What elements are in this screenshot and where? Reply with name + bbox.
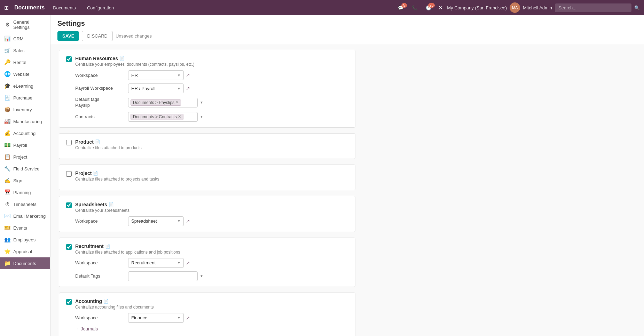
- product-title: Product: [75, 139, 94, 145]
- messages-button[interactable]: 💬 5: [395, 4, 406, 12]
- sidebar-label: Documents: [13, 261, 36, 266]
- sidebar-item-project[interactable]: 📋 Project: [0, 151, 50, 163]
- project-title: Project: [75, 170, 92, 176]
- doc-icon: 📄: [93, 171, 98, 176]
- chevron-down-icon: ▼: [200, 274, 203, 278]
- sidebar-item-sales[interactable]: 🛒 Sales: [0, 45, 50, 56]
- sidebar-item-rental[interactable]: 🔑 Rental: [0, 56, 50, 68]
- spreadsheets-workspace-select[interactable]: Spreadsheet ▼: [128, 216, 184, 226]
- doc-icon: 📄: [103, 299, 109, 304]
- purchase-icon: 🧾: [4, 95, 10, 101]
- doc-icon: 📄: [105, 244, 110, 249]
- sign-icon: ✍: [4, 177, 10, 184]
- sidebar-item-manufacturing[interactable]: 🏭 Manufacturing: [0, 115, 50, 127]
- sidebar-label: Email Marketing: [13, 214, 46, 219]
- hr-workspace-external-link[interactable]: ↗: [186, 72, 190, 78]
- unsaved-label: Unsaved changes: [116, 33, 152, 39]
- sidebar-item-crm[interactable]: 📊 CRM: [0, 33, 50, 45]
- sidebar-item-payroll[interactable]: 💵 Payroll: [0, 139, 50, 151]
- manufacturing-icon: 🏭: [4, 118, 10, 125]
- accounting-title: Accounting: [75, 298, 102, 304]
- project-checkbox[interactable]: [66, 171, 72, 177]
- accounting-checkbox[interactable]: [66, 299, 72, 305]
- main-content: Settings SAVE DISCARD Unsaved changes Hu…: [50, 15, 644, 336]
- recruitment-workspace-external-link[interactable]: ↗: [186, 260, 190, 266]
- hr-workspace-select[interactable]: HR ▼: [128, 70, 184, 80]
- sidebar-label: Events: [13, 225, 27, 231]
- spreadsheets-section: Spreadsheets 📄 Centralize your spreadshe…: [59, 196, 355, 232]
- close-icon[interactable]: ✕: [437, 3, 444, 13]
- sidebar-item-accounting[interactable]: 💰 Accounting: [0, 127, 50, 139]
- page-title: Settings: [57, 19, 637, 27]
- recruitment-checkbox[interactable]: [66, 244, 72, 250]
- settings-header: Settings SAVE DISCARD Unsaved changes: [50, 15, 644, 44]
- spreadsheets-workspace-row: Workspace Spreadsheet ▼ ↗: [66, 216, 348, 226]
- field-service-icon: 🔧: [4, 166, 10, 172]
- appraisal-icon: ⭐: [4, 248, 10, 255]
- activity-button[interactable]: 🕐 26: [423, 4, 434, 12]
- hr-payroll-workspace-select[interactable]: HR / Payroll ▼: [128, 83, 184, 93]
- activity-badge: 26: [428, 3, 435, 8]
- sidebar-item-inventory[interactable]: 📦 Inventory: [0, 104, 50, 115]
- nav-documents[interactable]: Documents: [50, 4, 79, 12]
- toolbar: SAVE DISCARD Unsaved changes: [57, 31, 637, 41]
- sidebar-item-events[interactable]: 🎫 Events: [0, 222, 50, 234]
- sidebar-item-employees[interactable]: 👥 Employees: [0, 234, 50, 246]
- spreadsheets-workspace-external-link[interactable]: ↗: [186, 218, 190, 224]
- sidebar-item-timesheets[interactable]: ⏱ Timesheets: [0, 198, 50, 210]
- chevron-down-icon: ▼: [200, 115, 203, 119]
- remove-tag-icon[interactable]: ✕: [175, 100, 179, 105]
- product-checkbox[interactable]: [66, 140, 72, 145]
- company-label[interactable]: My Company (San Francisco): [447, 5, 507, 10]
- sidebar-item-appraisal[interactable]: ⭐ Appraisal: [0, 246, 50, 257]
- accounting-workspace-external-link[interactable]: ↗: [186, 315, 190, 321]
- general-settings-icon: ⚙: [4, 22, 10, 28]
- user-name[interactable]: Mitchell Admin: [523, 5, 552, 10]
- search-icon[interactable]: 🔍: [634, 5, 640, 10]
- sidebar-item-documents[interactable]: 📁 Documents: [0, 257, 50, 269]
- recruitment-default-tags-row: Default Tags ▼: [66, 271, 348, 281]
- save-button[interactable]: SAVE: [57, 31, 79, 41]
- sidebar-label: Website: [13, 72, 30, 77]
- inventory-icon: 📦: [4, 106, 10, 113]
- project-desc: Centralize files attached to projects an…: [75, 177, 348, 182]
- recruitment-tags-field[interactable]: [128, 271, 198, 281]
- product-desc: Centralize files attached to products: [75, 145, 348, 150]
- sidebar-item-elearning[interactable]: 🎓 eLearning: [0, 80, 50, 92]
- hr-default-tags-payslip-label: Default tags Payslip: [75, 97, 124, 109]
- hr-payslip-tags[interactable]: Documents > Payslips ✕: [128, 98, 198, 107]
- accounting-workspace-row: Workspace Finance ▼ ↗: [66, 313, 348, 323]
- spreadsheets-checkbox[interactable]: [66, 202, 72, 208]
- sidebar-label: Planning: [13, 190, 31, 195]
- sidebar-label: Sales: [13, 48, 25, 53]
- sidebar-item-general-settings[interactable]: ⚙ General Settings: [0, 17, 50, 33]
- hr-payroll-workspace-external-link[interactable]: ↗: [186, 86, 190, 91]
- nav-configuration[interactable]: Configuration: [84, 4, 117, 12]
- discard-button[interactable]: DISCARD: [82, 31, 113, 41]
- hr-contracts-tags[interactable]: Documents > Contracts ✕: [128, 112, 198, 122]
- sidebar: ⚙ General Settings 📊 CRM 🛒 Sales 🔑 Renta…: [0, 15, 50, 336]
- sidebar-label: Employees: [13, 237, 36, 242]
- apps-grid-icon[interactable]: ⊞: [4, 5, 9, 11]
- search-input[interactable]: [555, 3, 631, 12]
- sidebar-item-field-service[interactable]: 🔧 Field Service: [0, 163, 50, 175]
- human-resources-checkbox[interactable]: [66, 56, 72, 62]
- journals-link[interactable]: → Journals: [66, 326, 348, 331]
- rental-icon: 🔑: [4, 59, 10, 65]
- spreadsheets-desc: Centralize your spreadsheets: [75, 208, 348, 213]
- sidebar-label: Accounting: [13, 131, 36, 136]
- spreadsheets-workspace-label: Workspace: [75, 218, 124, 224]
- avatar[interactable]: MA: [510, 2, 520, 13]
- sidebar-item-planning[interactable]: 📅 Planning: [0, 186, 50, 198]
- documents-icon: 📁: [4, 260, 10, 266]
- accounting-workspace-select[interactable]: Finance ▼: [128, 313, 184, 323]
- remove-tag-icon[interactable]: ✕: [178, 114, 181, 119]
- sidebar-label: CRM: [13, 36, 24, 41]
- phone-button[interactable]: 📞: [409, 4, 420, 12]
- sidebar-item-email-marketing[interactable]: 📧 Email Marketing: [0, 210, 50, 222]
- sidebar-item-purchase[interactable]: 🧾 Purchase: [0, 92, 50, 104]
- sidebar-item-website[interactable]: 🌐 Website: [0, 68, 50, 80]
- recruitment-workspace-select[interactable]: Recruitment ▼: [128, 258, 184, 268]
- sidebar-item-sign[interactable]: ✍ Sign: [0, 175, 50, 186]
- hr-contracts-row: Contracts Documents > Contracts ✕ ▼: [66, 112, 348, 122]
